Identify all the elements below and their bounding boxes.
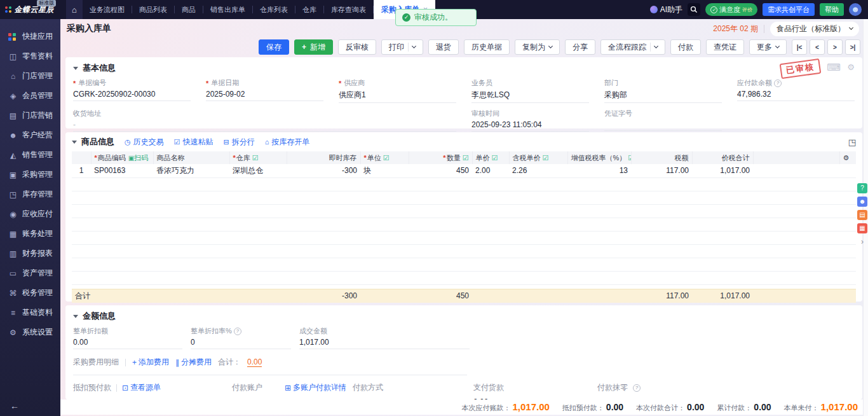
satisfaction-button[interactable]: ✓ 满意度评价 xyxy=(705,3,757,16)
cell-code[interactable]: SP00163 xyxy=(91,164,153,177)
fullscreen-icon[interactable]: ◳ xyxy=(848,137,856,147)
sidebar-item-ar-ap[interactable]: ◉应收应付 xyxy=(0,204,60,224)
tab-warehouse-list[interactable]: 仓库列表 xyxy=(253,5,295,15)
last-bill-button[interactable]: >| xyxy=(845,39,860,55)
order-discount-amount-value[interactable]: 0.00 xyxy=(73,338,182,349)
history-trade-link[interactable]: ◷历史交易 xyxy=(125,137,164,148)
industry-select[interactable]: 食品行业（标准版） xyxy=(770,22,859,36)
more-button[interactable]: 更多 xyxy=(749,39,787,55)
first-bill-button[interactable]: |< xyxy=(792,39,807,55)
sidebar-item-finance-report[interactable]: ▥财务报表 xyxy=(0,244,60,263)
sidebar-item-base-data[interactable]: ≡基础资料 xyxy=(0,303,60,322)
payment-button[interactable]: 付款 xyxy=(670,39,701,55)
keyboard-shortcut-icon[interactable]: ⌨ xyxy=(827,62,841,73)
avatar[interactable]: ☻ xyxy=(849,3,862,16)
sidebar-item-purchase-manage[interactable]: ▣采购管理 xyxy=(0,165,60,184)
column-lock-check-icon[interactable]: ☑ xyxy=(492,154,498,162)
tab-product-list[interactable]: 商品列表 xyxy=(132,5,174,15)
tab-sales-outbound[interactable]: 销售出库单 xyxy=(203,5,252,15)
view-voucher-button[interactable]: 查凭证 xyxy=(706,39,744,55)
cell-num[interactable]: 1 xyxy=(72,164,91,177)
column-lock-check-icon[interactable]: ☑ xyxy=(543,154,549,162)
add-new-button[interactable]: +新增 xyxy=(294,39,333,55)
cell-total[interactable]: 1,017.00 xyxy=(692,164,753,177)
sidebar-item-store-marketing[interactable]: ▤门店营销 xyxy=(0,106,60,125)
help-float-button[interactable]: ? xyxy=(857,183,867,193)
tab-business-flow[interactable]: 业务流程图 xyxy=(83,5,132,15)
sidebar-item-system-settings[interactable]: ⚙系统设置 xyxy=(0,322,60,342)
full-trace-button[interactable]: 全流程跟踪 xyxy=(600,39,665,55)
sidebar-item-accounting[interactable]: ▦账务处理 xyxy=(0,224,60,244)
deal-amount-value[interactable]: 1,017.00 xyxy=(299,338,470,349)
unaudit-button[interactable]: 反审核 xyxy=(338,39,376,55)
share-button[interactable]: 分享 xyxy=(565,39,595,55)
column-lock-check-icon[interactable]: ☑ xyxy=(463,154,469,162)
sidebar-item-quick-apps[interactable]: 快捷应用 xyxy=(0,27,60,46)
settings-gear-icon[interactable]: ⚙ xyxy=(847,62,855,72)
quick-paste-link[interactable]: ☑快速粘贴 xyxy=(174,137,214,148)
tab-product[interactable]: 商品 xyxy=(175,5,203,15)
multi-account-detail-link[interactable]: ⊞多账户付款详情 xyxy=(285,382,353,393)
prev-bill-button[interactable]: < xyxy=(810,39,825,55)
sidebar-item-sales-manage[interactable]: ◭销售管理 xyxy=(0,145,60,165)
column-lock-check-icon[interactable]: ☑ xyxy=(628,154,631,162)
column-lock-check-icon[interactable]: ☑ xyxy=(252,154,259,162)
bill-by-stock-link[interactable]: ⌂按库存开单 xyxy=(265,137,310,148)
sidebar-item-inventory-manage[interactable]: ◳库存管理 xyxy=(0,184,60,204)
order-discount-rate-value[interactable]: 0 xyxy=(191,338,291,349)
department-value[interactable]: 采购部 xyxy=(604,90,722,103)
accounting-period[interactable]: 2025年 02 期 xyxy=(713,24,758,34)
salesman-value[interactable]: 李思乾LSQ xyxy=(471,90,589,103)
split-row-link[interactable]: ⊟拆分行 xyxy=(223,137,254,148)
cell-name[interactable]: 香浓巧克力 xyxy=(153,164,229,177)
cell-tax[interactable]: 117.00 xyxy=(631,164,692,177)
collapse-triangle-icon[interactable] xyxy=(73,315,78,318)
cell-tax_rate[interactable]: 13 xyxy=(567,164,631,177)
scan-code-link[interactable]: ▣扫码 xyxy=(128,154,148,162)
assistant-float-button[interactable]: ☻ xyxy=(857,197,867,207)
history-bills-button[interactable]: 历史单据 xyxy=(464,39,510,55)
save-button[interactable]: 保存 xyxy=(259,39,289,55)
cell-tax_price[interactable]: 2.26 xyxy=(509,164,567,177)
cell-warehouse[interactable]: 深圳总仓 xyxy=(229,164,287,177)
sidebar-item-retail-data[interactable]: ◫零售资料 xyxy=(0,46,60,66)
next-bill-button[interactable]: > xyxy=(827,39,843,55)
voucher-no-value[interactable] xyxy=(604,120,722,131)
sidebar-item-store-manage[interactable]: ⌂门店管理 xyxy=(0,66,60,86)
receive-address-value[interactable]: - xyxy=(73,120,456,132)
cell-unit[interactable]: 块 xyxy=(360,164,409,177)
sidebar-item-tax-manage[interactable]: ⌘税务管理 xyxy=(0,283,60,303)
notes-float-button[interactable]: ▤ xyxy=(857,210,867,220)
co-creation-button[interactable]: 需求共创平台 xyxy=(763,3,815,16)
expand-float-button[interactable]: › xyxy=(857,237,867,247)
print-button[interactable]: 打印 xyxy=(381,39,423,55)
help-button[interactable]: 帮助 xyxy=(820,3,844,16)
bill-no-value[interactable]: CGRK-20250902-00030 xyxy=(73,90,191,101)
search-button[interactable] xyxy=(688,3,700,16)
cell-stock[interactable]: -300 xyxy=(287,164,360,177)
collapse-triangle-icon[interactable] xyxy=(73,67,78,70)
tab-stock-query[interactable]: 库存查询表 xyxy=(324,5,373,15)
table-settings-gear-icon[interactable]: ⚙ xyxy=(839,151,856,164)
tab-warehouse[interactable]: 仓库 xyxy=(295,5,323,15)
fee-total-value[interactable]: 0.00 xyxy=(247,357,262,367)
collapse-triangle-icon[interactable] xyxy=(72,141,77,144)
view-source-bill-link[interactable]: ⊡查看源单 xyxy=(122,382,161,393)
column-lock-check-icon[interactable]: ☑ xyxy=(383,154,390,162)
add-fee-link[interactable]: +添加费用 xyxy=(132,357,169,368)
sidebar-collapse-button[interactable]: ← xyxy=(0,396,60,416)
sidebar-item-asset-manage[interactable]: ▭资产管理 xyxy=(0,263,60,283)
pay-goods-amount-value[interactable]: 0.00 xyxy=(473,398,597,399)
bill-date-value[interactable]: 2025-09-02 xyxy=(206,90,323,101)
return-goods-button[interactable]: 退货 xyxy=(428,39,459,55)
ai-assistant-button[interactable]: AI助手 xyxy=(650,4,682,15)
share-fee-link[interactable]: ∥分摊费用 xyxy=(175,357,212,368)
copy-as-button[interactable]: 复制为 xyxy=(515,39,560,55)
cell-qty[interactable]: 450 xyxy=(409,164,472,177)
sidebar-item-customer-ops[interactable]: ☻客户经营 xyxy=(0,125,60,145)
cell-price[interactable]: 2.00 xyxy=(472,164,509,177)
supplier-value[interactable]: 供应商1 xyxy=(339,90,456,103)
home-tab[interactable]: ⌂ xyxy=(66,0,83,19)
calendar-float-button[interactable]: ▦ xyxy=(857,223,867,233)
sidebar-item-member-manage[interactable]: ◈会员管理 xyxy=(0,86,60,106)
